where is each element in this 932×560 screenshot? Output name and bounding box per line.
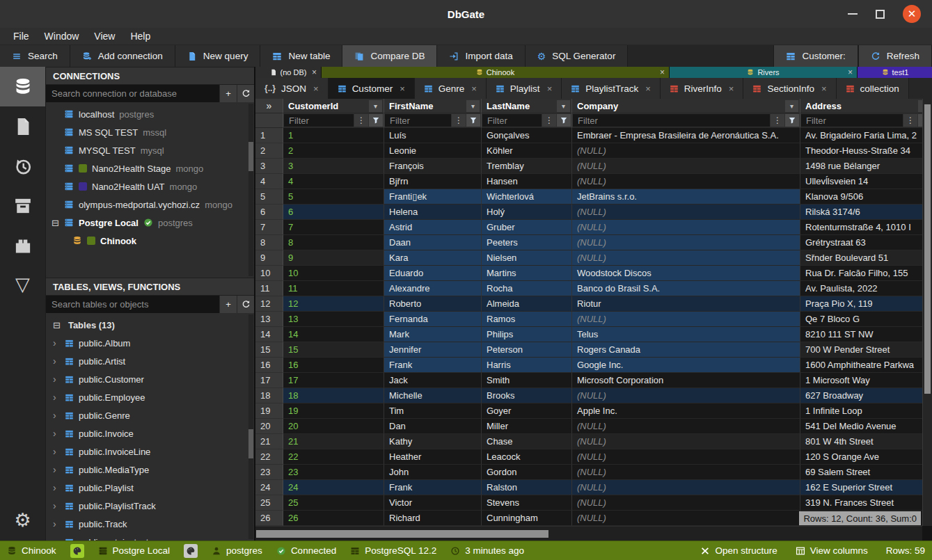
cell-lastname[interactable]: Miller (482, 419, 572, 434)
chevron-right-icon[interactable]: › (53, 428, 60, 439)
cell-firstname[interactable]: Jennifer (384, 342, 482, 358)
filter-funnel-button[interactable] (369, 114, 383, 127)
table-item-public-invoice[interactable]: ›public.Invoice (46, 424, 254, 442)
grid-horizontal-scrollbar-thumb[interactable] (256, 530, 548, 538)
grid-horizontal-scrollbar[interactable] (255, 526, 922, 541)
cell-customerid[interactable]: 21 (283, 434, 384, 449)
status-view-columns[interactable]: View columns (796, 545, 868, 556)
close-icon[interactable]: × (547, 83, 553, 94)
tab-json[interactable]: {..}JSON× (255, 78, 329, 99)
tab-playlist[interactable]: Playlist× (487, 78, 562, 99)
row-number[interactable]: 12 (255, 296, 283, 312)
cell-firstname[interactable]: Helena (384, 205, 482, 220)
cell-company[interactable]: (NULL) (572, 174, 800, 189)
close-icon[interactable]: × (729, 83, 734, 94)
row-number[interactable]: 16 (255, 358, 283, 373)
cell-firstname[interactable]: Michelle (384, 388, 482, 403)
cell-address[interactable]: Theodor-Heuss-Straße 34 (800, 143, 932, 159)
cell-customerid[interactable]: 17 (283, 373, 384, 388)
cell-address[interactable]: 1498 rue Bélanger (800, 159, 932, 174)
cell-address[interactable]: 319 N. Frances Street (800, 495, 932, 511)
row-number[interactable]: 7 (255, 220, 283, 235)
cell-company[interactable]: (NULL) (572, 465, 800, 480)
table-item-public-album[interactable]: ›public.Album (46, 334, 254, 352)
connection-item-nano2health-stage[interactable]: Nano2Health Stagemongo (46, 159, 254, 177)
cell-customerid[interactable]: 10 (283, 266, 384, 281)
filter-funnel-button[interactable] (466, 114, 480, 127)
cell-customerid[interactable]: 14 (283, 327, 384, 342)
filter-funnel-button[interactable] (785, 114, 799, 127)
cell-address[interactable]: 162 E Superior Street (800, 480, 932, 495)
cell-company[interactable]: (NULL) (572, 511, 800, 526)
cell-company[interactable]: (NULL) (572, 495, 800, 511)
close-icon[interactable]: × (312, 67, 317, 77)
filter-menu-button[interactable]: ⋮ (771, 114, 784, 127)
cell-firstname[interactable]: Alexandre (384, 281, 482, 296)
cell-customerid[interactable]: 25 (283, 495, 384, 511)
filter-input[interactable]: Filter (573, 114, 770, 127)
rail-item-settings[interactable]: ⚙ (0, 501, 45, 541)
row-number[interactable]: 15 (255, 342, 283, 358)
menu-item-window[interactable]: Window (37, 28, 87, 45)
cell-firstname[interactable]: Fernanda (384, 312, 482, 327)
filter-menu-button[interactable]: ⋮ (354, 114, 368, 127)
cell-company[interactable]: (NULL) (572, 235, 800, 250)
close-icon[interactable]: × (471, 83, 477, 94)
cell-firstname[interactable]: Roberto (384, 296, 482, 312)
row-number[interactable]: 8 (255, 235, 283, 250)
tables-add-button[interactable]: + (219, 296, 237, 313)
toolbar-button-customer-[interactable]: Customer: (773, 45, 858, 67)
column-header-company[interactable]: Company▾ (572, 99, 800, 113)
close-icon[interactable]: × (645, 83, 651, 94)
cell-address[interactable]: Klanova 9/506 (800, 189, 932, 205)
column-menu-button[interactable]: ▾ (369, 100, 382, 112)
rail-item-history[interactable] (0, 146, 45, 186)
toolbar-button-compare-db[interactable]: Compare DB (342, 45, 437, 67)
cell-address[interactable]: Praça Pio X, 119 (800, 296, 932, 312)
row-number[interactable]: 19 (255, 403, 283, 419)
cell-company[interactable]: (NULL) (572, 388, 800, 403)
cell-firstname[interactable]: Astrid (384, 220, 482, 235)
cell-firstname[interactable]: Richard (384, 511, 482, 526)
cell-lastname[interactable]: Goyer (482, 403, 572, 419)
cell-company[interactable]: Apple Inc. (572, 403, 800, 419)
cell-firstname[interactable]: Dan (384, 419, 482, 434)
rail-item-connections[interactable] (0, 67, 45, 106)
status-theme-chip[interactable] (184, 544, 198, 558)
cell-company[interactable]: (NULL) (572, 205, 800, 220)
cell-company[interactable]: Woodstock Discos (572, 266, 800, 281)
db-tab-rivers[interactable]: Rivers× (670, 67, 858, 78)
cell-address[interactable]: 1 Microsoft Way (800, 373, 932, 388)
tab-playlisttrack[interactable]: PlaylistTrack× (562, 78, 661, 99)
expander-minus-icon[interactable]: ⊟ (53, 320, 61, 330)
toolbar-button-refresh[interactable]: Refresh (858, 45, 932, 67)
tables-refresh-button[interactable] (237, 296, 254, 313)
connection-item-mysql-test[interactable]: MYSQL TESTmysql (46, 141, 254, 159)
cell-company[interactable]: Microsoft Corporation (572, 373, 800, 388)
table-item-public-employee[interactable]: ›public.Employee (46, 388, 254, 406)
cell-address[interactable]: 627 Broadway (800, 388, 932, 403)
table-item-public-invoiceline[interactable]: ›public.InvoiceLine (46, 442, 254, 461)
table-item-public-genre[interactable]: ›public.Genre (46, 406, 254, 424)
close-icon[interactable]: × (821, 83, 827, 94)
db-tab--no-db-[interactable]: (no DB)× (255, 67, 322, 78)
close-icon[interactable]: × (400, 83, 405, 94)
chevron-right-icon[interactable]: › (53, 464, 60, 475)
cell-lastname[interactable]: Gruber (482, 220, 572, 235)
cell-firstname[interactable]: John (384, 465, 482, 480)
connection-item-chinook[interactable]: Chinook (46, 232, 254, 250)
db-tab-test1[interactable]: test1 (858, 67, 932, 78)
chevron-right-icon[interactable]: › (53, 482, 60, 493)
cell-customerid[interactable]: 19 (283, 403, 384, 419)
cell-address[interactable]: 1 Infinite Loop (800, 403, 932, 419)
cell-customerid[interactable]: 18 (283, 388, 384, 403)
cell-lastname[interactable]: Smith (482, 373, 572, 388)
menu-item-file[interactable]: File (6, 28, 37, 45)
cell-company[interactable]: Embraer - Empresa Brasileira de Aeronáut… (572, 128, 800, 143)
cell-company[interactable]: (NULL) (572, 143, 800, 159)
cell-company[interactable]: (NULL) (572, 434, 800, 449)
cell-customerid[interactable]: 23 (283, 465, 384, 480)
row-number[interactable]: 5 (255, 189, 283, 205)
toolbar-button-add-connection[interactable]: Add connection (70, 45, 175, 67)
cell-customerid[interactable]: 9 (283, 250, 384, 266)
